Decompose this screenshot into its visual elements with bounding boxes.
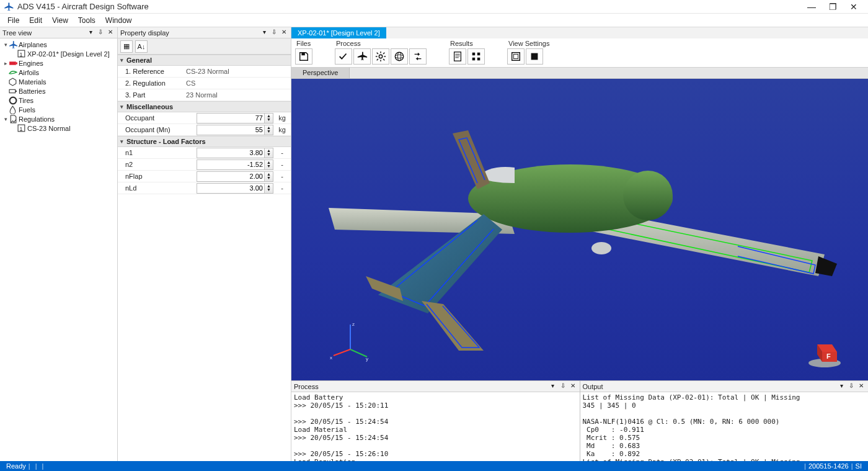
- tree-node-fuels[interactable]: Fuels: [0, 105, 117, 114]
- prop-input[interactable]: [197, 113, 265, 123]
- panel-dropdown-icon[interactable]: ▾: [549, 382, 557, 391]
- prop-input[interactable]: [197, 125, 265, 135]
- menu-file[interactable]: File: [2, 15, 24, 26]
- process-log[interactable]: Load Battery >>> 20/05/15 - 15:20:11 >>>…: [291, 392, 580, 461]
- tree-node-airfoils[interactable]: Airfoils: [0, 68, 117, 77]
- check-button[interactable]: [335, 48, 352, 65]
- process-title: Process: [294, 383, 319, 390]
- maximize-button[interactable]: ❐: [822, 2, 843, 12]
- box-1-icon: 1: [17, 124, 26, 133]
- svg-point-43: [591, 242, 611, 254]
- svg-text:y: y: [366, 356, 368, 362]
- collapse-icon[interactable]: ▾: [120, 138, 126, 145]
- categorize-icon[interactable]: ▦: [120, 40, 133, 53]
- document-tabstrip: XP-02-01* [Design Level 2]: [291, 27, 868, 38]
- panel-dropdown-icon[interactable]: ▾: [86, 29, 95, 37]
- close-button[interactable]: ✕: [843, 2, 864, 12]
- output-log[interactable]: List of Missing Data (XP-02-01): Total |…: [580, 392, 869, 461]
- tree-label: Fuels: [19, 106, 35, 114]
- grid-button[interactable]: [467, 48, 485, 65]
- tree-body[interactable]: ▾Airplanes1XP-02-01* [Design Level 2]▸En…: [0, 38, 117, 461]
- tree-node-regulations[interactable]: ▾Regulations: [0, 114, 117, 123]
- tree-node-airplanes[interactable]: ▾Airplanes: [0, 40, 117, 49]
- tree-node-materials[interactable]: Materials: [0, 77, 117, 86]
- tree-toggle-icon[interactable]: ▸: [2, 60, 9, 66]
- spinner-icon[interactable]: ▲▼: [265, 113, 273, 123]
- tree-toggle-icon[interactable]: ▾: [2, 116, 9, 122]
- menu-edit[interactable]: Edit: [24, 15, 47, 26]
- spinner-icon[interactable]: ▲▼: [265, 171, 273, 182]
- globe-button[interactable]: [391, 48, 408, 65]
- svg-point-21: [395, 55, 404, 58]
- prop-group-general[interactable]: ▾General: [118, 55, 291, 66]
- nav-cube-icon[interactable]: F: [806, 337, 843, 368]
- tree-view-title: Tree view: [2, 29, 32, 37]
- prop-label: 2. Regulation: [118, 79, 186, 87]
- spinner-icon[interactable]: ▲▼: [265, 159, 273, 170]
- svg-line-16: [377, 53, 378, 54]
- tree-node-engines[interactable]: ▸Engines: [0, 58, 117, 68]
- airfoil-green-icon: [9, 68, 17, 77]
- menu-window[interactable]: Window: [100, 15, 137, 26]
- menubar: File Edit View Tools Window: [0, 14, 868, 27]
- panel-dropdown-icon[interactable]: ▾: [260, 29, 268, 37]
- viewport-3d[interactable]: z y x F: [291, 79, 868, 380]
- collapse-icon[interactable]: ▾: [120, 57, 126, 63]
- prop-input[interactable]: [197, 183, 265, 194]
- exchange-button[interactable]: [409, 48, 427, 65]
- spinner-icon[interactable]: ▲▼: [265, 125, 273, 135]
- solid-button[interactable]: [526, 48, 543, 65]
- svg-text:1: 1: [19, 50, 22, 57]
- prop-group-structure-load-factors[interactable]: ▾Structure - Load Factors: [118, 136, 291, 147]
- panel-pin-icon[interactable]: ⇩: [559, 382, 567, 391]
- status-timestamp: 200515-1426: [806, 462, 851, 470]
- spinner-icon[interactable]: ▲▼: [265, 183, 273, 194]
- tree-node-cs-23-normal[interactable]: 1CS-23 Normal: [0, 123, 117, 133]
- svg-text:x: x: [330, 355, 332, 361]
- aircraft-render: [291, 79, 868, 380]
- toolbar-group-label: Process: [335, 40, 427, 47]
- prop-row-n1: n1▲▼-: [118, 147, 291, 159]
- prop-group-miscellaneous[interactable]: ▾Miscellaneous: [118, 101, 291, 112]
- view-tab-perspective[interactable]: Perspective: [291, 68, 350, 78]
- svg-marker-42: [422, 301, 484, 351]
- panel-close-icon[interactable]: ✕: [857, 382, 866, 391]
- tree-view-header: Tree view ▾ ⇩ ✕: [0, 27, 117, 38]
- axis-gizmo-icon: z y x: [329, 318, 372, 362]
- panel-close-icon[interactable]: ✕: [106, 29, 115, 37]
- document-tab[interactable]: XP-02-01* [Design Level 2]: [291, 27, 386, 38]
- save-button[interactable]: [295, 48, 312, 65]
- panel-close-icon[interactable]: ✕: [569, 382, 577, 391]
- svg-rect-32: [513, 54, 518, 58]
- sort-icon[interactable]: A↓: [135, 40, 148, 53]
- tree-toggle-icon[interactable]: ▾: [2, 42, 9, 48]
- plane-button[interactable]: [353, 48, 371, 65]
- minimize-button[interactable]: —: [801, 2, 822, 12]
- prop-value: 23 Normal: [186, 91, 273, 99]
- prop-row-nld: nLd▲▼-: [118, 182, 291, 194]
- report-button[interactable]: [449, 48, 466, 65]
- svg-point-20: [395, 52, 404, 61]
- tree-label: Materials: [19, 78, 46, 86]
- gear-button[interactable]: [372, 48, 389, 65]
- menu-tools[interactable]: Tools: [73, 15, 100, 26]
- collapse-icon[interactable]: ▾: [120, 104, 126, 110]
- property-body: ▾General1. ReferenceCS-23 Normal2. Regul…: [118, 55, 291, 461]
- process-header: Process ▾ ⇩ ✕: [291, 381, 580, 392]
- panel-pin-icon[interactable]: ⇩: [96, 29, 105, 37]
- svg-rect-27: [472, 53, 476, 56]
- tree-node-batteries[interactable]: Batteries: [0, 86, 117, 96]
- menu-view[interactable]: View: [47, 15, 73, 26]
- wire-button[interactable]: [507, 48, 525, 65]
- panel-dropdown-icon[interactable]: ▾: [837, 382, 846, 391]
- prop-input[interactable]: [197, 171, 265, 182]
- prop-input[interactable]: [197, 159, 265, 170]
- svg-rect-33: [531, 53, 538, 60]
- panel-pin-icon[interactable]: ⇩: [847, 382, 856, 391]
- tree-node-tires[interactable]: Tires: [0, 96, 117, 105]
- panel-close-icon[interactable]: ✕: [280, 29, 288, 37]
- tree-node-xp-02-01-design-level-2-[interactable]: 1XP-02-01* [Design Level 2]: [0, 49, 117, 58]
- spinner-icon[interactable]: ▲▼: [265, 148, 273, 158]
- panel-pin-icon[interactable]: ⇩: [270, 29, 278, 37]
- prop-input[interactable]: [197, 148, 265, 158]
